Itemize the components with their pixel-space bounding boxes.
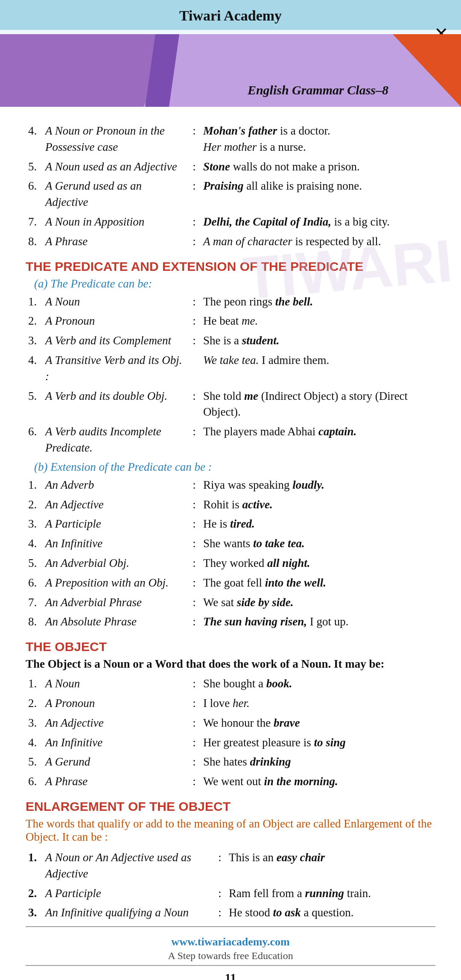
table-row: 3. A Participle : He is tired. (26, 514, 435, 534)
table-row: 5. A Gerund : She hates drinking (26, 752, 435, 772)
table-row: 6. A Phrase : We went out in the morning… (26, 772, 435, 792)
page-subtitle: English Grammar Class–8 (248, 83, 388, 97)
enlargement-desc: The words that qualify or add to the mea… (26, 817, 435, 844)
extension-sub: (b) Extension of the Predicate can be : (34, 461, 435, 474)
row-example: Stone walls do not make a prison. (201, 157, 435, 177)
table-row: 7. A Noun in Apposition : Delhi, the Cap… (26, 212, 435, 232)
enlargement-heading: ENLARGEMENT OF THE OBJECT (26, 799, 435, 814)
object-desc: The Object is a Noun or a Word that does… (26, 657, 435, 671)
row-num: 5. (26, 157, 43, 177)
table-row: 6. A Verb audits Incomplete Predicate. :… (26, 422, 435, 458)
table-row: 2. A Participle : Ram fell from a runnin… (26, 884, 435, 904)
table-row: 3. An Adjective : We honour the brave (26, 713, 435, 733)
row-colon: : (188, 212, 201, 232)
row-num: 7. (26, 212, 43, 232)
table-row: 7. An Adverbial Phrase : We sat side by … (26, 593, 435, 613)
initial-rows-table: 4. A Noun or Pronoun in the Possessive c… (26, 121, 435, 252)
row-term: A Gerund used as an Adjective (43, 176, 188, 212)
table-row: 8. An Absolute Phrase : The sun having r… (26, 612, 435, 632)
row-term: A Noun or Pronoun in the Possessive case (43, 121, 188, 157)
predicate-table: 1. A Noun : The peon rings the bell. 2. … (26, 292, 435, 458)
content-area: TIWARI 4. A Noun or Pronoun in the Posse… (0, 107, 461, 980)
table-row: 8. A Phrase : A man of character is resp… (26, 232, 435, 252)
predicate-sub: (a) The Predicate can be: (34, 277, 435, 290)
row-example: Praising all alike is praising none. (201, 176, 435, 212)
table-row: 6. A Preposition with an Obj. : The goat… (26, 573, 435, 593)
table-row: 5. An Adverbial Obj. : They worked all n… (26, 554, 435, 573)
row-term: A Noun used as an Adjective (43, 157, 188, 177)
enlargement-table: 1. A Noun or An Adjective used as Adject… (26, 848, 435, 923)
table-row: 1. A Noun : The peon rings the bell. (26, 292, 435, 312)
top-bar: Tiwari Academy × (0, 0, 461, 30)
row-colon: : (188, 176, 201, 212)
footer-divider-2 (26, 965, 435, 966)
row-term: A Noun in Apposition (43, 212, 188, 232)
table-row: 1. A Noun or An Adjective used as Adject… (26, 848, 435, 884)
table-row: 2. A Pronoun : He beat me. (26, 311, 435, 331)
row-example: Delhi, the Capital of India, is a big ci… (201, 212, 435, 232)
table-row: 5. A Verb and its double Obj. : She told… (26, 387, 435, 423)
object-table: 1. A Noun : She bought a book. 2. A Pron… (26, 674, 435, 792)
row-colon: : (188, 157, 201, 177)
page-number: 11 (26, 971, 435, 980)
row-num: 4. (26, 121, 43, 157)
table-row: 4. An Infinitive : Her greatest pleasure… (26, 733, 435, 753)
table-row: 3. An Infinitive qualifying a Noun : He … (26, 903, 435, 923)
extension-table: 1. An Adverb : Riya was speaking loudly.… (26, 475, 435, 632)
predicate-heading: THE PREDICATE AND EXTENSION OF THE PREDI… (26, 259, 435, 274)
table-row: 4. A Transitive Verb and its Obj. : We t… (26, 351, 435, 387)
table-row: 2. A Pronoun : I love her. (26, 694, 435, 713)
row-example: Mohan's father is a doctor.Her mother is… (201, 121, 435, 157)
table-row: 2. An Adjective : Rohit is active. (26, 495, 435, 515)
table-row: 1. A Noun : She bought a book. (26, 674, 435, 694)
row-colon: : (188, 121, 201, 157)
row-example: A man of character is respected by all. (201, 232, 435, 252)
row-colon: : (188, 232, 201, 252)
app-title: Tiwari Academy (179, 8, 282, 23)
table-row: 6. A Gerund used as an Adjective : Prais… (26, 176, 435, 212)
header-band: English Grammar Class–8 (0, 34, 461, 107)
orange-triangle (393, 34, 461, 107)
row-num: 6. (26, 176, 43, 212)
table-row: 5. A Noun used as an Adjective : Stone w… (26, 157, 435, 177)
footer-divider (26, 926, 435, 927)
table-row: 1. An Adverb : Riya was speaking loudly. (26, 475, 435, 495)
table-row: 3. A Verb and its Complement : She is a … (26, 331, 435, 351)
table-row: 4. A Noun or Pronoun in the Possessive c… (26, 121, 435, 157)
row-num: 8. (26, 232, 43, 252)
footer-tagline: A Step towards free Education (26, 950, 435, 962)
table-row: 4. An Infinitive : She wants to take tea… (26, 534, 435, 554)
footer-website: www.tiwariacademy.com (26, 936, 435, 948)
row-term: A Phrase (43, 232, 188, 252)
object-heading: THE OBJECT (26, 640, 435, 654)
